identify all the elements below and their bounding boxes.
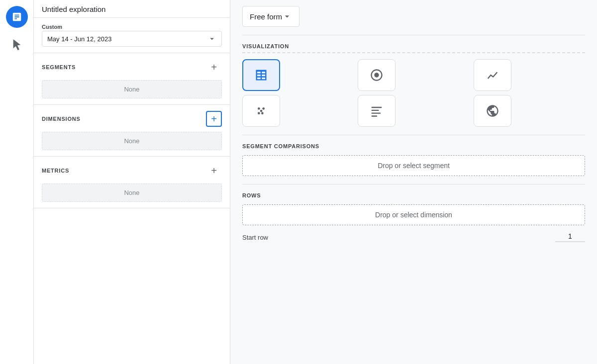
svg-point-4 <box>261 112 264 114</box>
svg-rect-5 <box>372 107 382 108</box>
segments-header: SEGMENTS + <box>42 59 222 75</box>
scatter-icon <box>254 104 268 118</box>
chevron-down-icon <box>207 34 216 43</box>
metrics-header: METRICS + <box>42 163 222 179</box>
segments-none-box: None <box>42 80 222 98</box>
donut-icon <box>370 68 384 82</box>
analytics-icon-btn[interactable] <box>6 6 28 28</box>
right-panel: Free form VISUALIZATION <box>230 0 597 364</box>
date-custom-label: Custom <box>42 24 222 30</box>
viz-line-button[interactable] <box>474 59 511 91</box>
svg-rect-8 <box>372 115 378 116</box>
dimensions-section: DIMENSIONS + None <box>34 105 230 157</box>
dimensions-title: DIMENSIONS <box>42 116 81 122</box>
viz-bar-button[interactable] <box>358 95 396 127</box>
segments-section: SEGMENTS + None <box>34 53 230 105</box>
viz-donut-button[interactable] <box>358 59 396 91</box>
segment-comparisons-title: SEGMENT COMPARISONS <box>242 143 585 149</box>
date-picker[interactable]: May 14 - Jun 12, 2023 <box>42 31 222 47</box>
start-row-label: Start row <box>242 234 268 241</box>
left-panel: Untitled exploration Custom May 14 - Jun… <box>34 0 230 364</box>
free-form-label: Free form <box>250 12 282 21</box>
rows-section: ROWS Drop or select dimension Start row … <box>242 184 585 250</box>
svg-point-0 <box>258 112 260 114</box>
dimensions-none-box: None <box>42 132 222 150</box>
bar-align-icon <box>370 104 384 118</box>
visualization-grid <box>242 59 585 127</box>
date-range-text: May 14 - Jun 12, 2023 <box>47 35 111 43</box>
dimensions-header: DIMENSIONS + <box>42 111 222 127</box>
free-form-section: Free form <box>242 0 585 35</box>
viz-scatter-button[interactable] <box>242 95 280 127</box>
metrics-section: METRICS + None <box>34 157 230 208</box>
drop-segment-box[interactable]: Drop or select segment <box>242 155 585 176</box>
page-title: Untitled exploration <box>34 0 230 18</box>
free-form-dropdown[interactable]: Free form <box>242 6 299 27</box>
viz-table-button[interactable] <box>242 59 280 91</box>
table-icon <box>254 68 268 82</box>
right-panel-inner: Free form VISUALIZATION <box>230 0 597 262</box>
free-form-chevron-icon <box>282 11 292 21</box>
add-dimension-button[interactable]: + <box>206 111 222 127</box>
visualization-title: VISUALIZATION <box>242 43 585 53</box>
viz-globe-button[interactable] <box>474 95 511 127</box>
metrics-title: METRICS <box>42 168 69 174</box>
start-row-row: Start row 1 <box>242 232 585 242</box>
globe-icon <box>486 104 499 118</box>
svg-point-1 <box>260 110 263 112</box>
svg-rect-6 <box>372 110 379 111</box>
visualization-section: VISUALIZATION <box>242 35 585 135</box>
svg-point-2 <box>258 107 260 110</box>
add-metric-button[interactable]: + <box>206 163 222 179</box>
start-row-value: 1 <box>555 232 585 242</box>
cursor-icon-btn[interactable] <box>6 34 28 56</box>
svg-point-3 <box>262 107 265 110</box>
add-segment-button[interactable]: + <box>206 59 222 75</box>
date-section: Custom May 14 - Jun 12, 2023 <box>34 18 230 53</box>
rows-title: ROWS <box>242 192 585 198</box>
metrics-none-box: None <box>42 183 222 202</box>
sidebar <box>0 0 34 364</box>
drop-dimension-box[interactable]: Drop or select dimension <box>242 204 585 225</box>
segment-comparisons-section: SEGMENT COMPARISONS Drop or select segme… <box>242 135 585 184</box>
segments-title: SEGMENTS <box>42 64 76 70</box>
line-icon <box>486 68 499 82</box>
svg-rect-7 <box>372 113 381 114</box>
